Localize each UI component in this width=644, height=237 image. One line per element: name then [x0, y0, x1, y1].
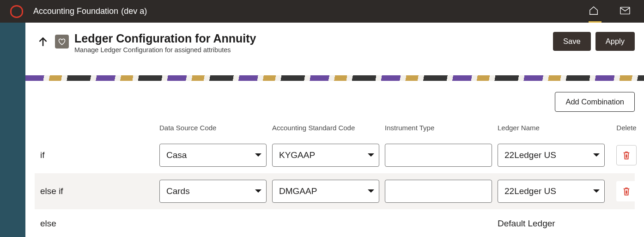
rule-row: else if [35, 173, 635, 209]
accounting-standard-code-select[interactable] [272, 180, 379, 203]
data-source-code-input[interactable] [159, 144, 267, 167]
rule-row: if [35, 137, 635, 173]
accounting-standard-code-input[interactable] [272, 144, 379, 167]
environment-tag: (dev a) [121, 6, 147, 16]
favorite-button[interactable] [55, 35, 69, 49]
data-source-code-select[interactable] [159, 180, 267, 203]
page-subtitle: Manage Ledger Configuration for assigned… [74, 46, 256, 54]
app-title: Accounting Foundation [33, 6, 118, 16]
add-combination-button[interactable]: Add Combination [555, 92, 635, 112]
default-row: else Default Ledger [35, 209, 635, 229]
default-ledger-value: Default Ledger [498, 219, 610, 229]
data-source-code-input[interactable] [159, 180, 267, 203]
table-header: Data Source Code Accounting Standard Cod… [35, 124, 635, 137]
global-navbar: Accounting Foundation (dev a) [0, 0, 644, 23]
instrument-type-input[interactable] [385, 180, 492, 203]
decorative-stripe [25, 75, 644, 81]
ledger-name-input[interactable] [498, 144, 605, 167]
instrument-type-input[interactable] [385, 144, 492, 167]
mail-icon[interactable] [620, 6, 630, 17]
page-title: Ledger Configuration for Annuity [74, 32, 256, 45]
col-delete: Delete [610, 124, 643, 132]
col-accounting-standard-code: Accounting Standard Code [272, 124, 385, 132]
col-data-source-code: Data Source Code [159, 124, 272, 132]
page-header: Ledger Configuration for Annuity Manage … [25, 23, 644, 62]
delete-row-button[interactable] [616, 181, 637, 201]
left-backdrop [0, 23, 25, 237]
data-source-code-select[interactable] [159, 144, 267, 167]
oracle-logo-icon [10, 5, 23, 18]
ledger-name-select[interactable] [498, 144, 605, 167]
accounting-standard-code-select[interactable] [272, 144, 379, 167]
back-button[interactable] [35, 34, 51, 50]
condition-label: else if [39, 186, 159, 196]
main-content: Add Combination Data Source Code Account… [25, 81, 644, 229]
condition-label: else [39, 219, 159, 229]
ledger-name-select[interactable] [498, 180, 605, 203]
svg-rect-0 [620, 7, 630, 14]
delete-row-button[interactable] [616, 145, 637, 165]
save-button[interactable]: Save [553, 32, 591, 51]
ledger-name-input[interactable] [498, 180, 605, 203]
col-instrument-type: Instrument Type [385, 124, 498, 132]
home-icon[interactable] [589, 6, 599, 18]
col-ledger-name: Ledger Name [498, 124, 610, 132]
apply-button[interactable]: Apply [595, 32, 635, 51]
condition-label: if [39, 150, 159, 160]
accounting-standard-code-input[interactable] [272, 180, 379, 203]
